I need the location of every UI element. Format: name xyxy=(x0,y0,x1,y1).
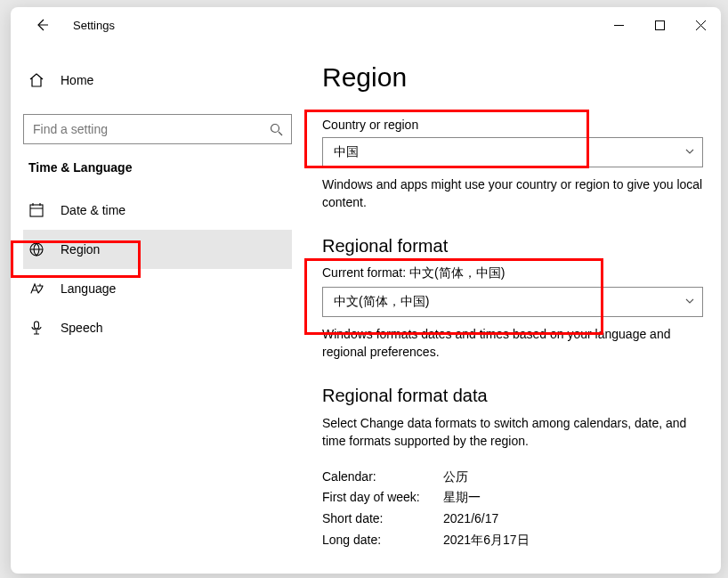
language-icon xyxy=(28,281,61,297)
format-data-row: Short date: 2021/6/17 xyxy=(322,509,703,530)
chevron-down-icon xyxy=(684,145,695,159)
calendar-icon xyxy=(28,202,61,218)
minimize-icon xyxy=(614,20,624,30)
content-pane: Region Country or region 中国 Windows and … xyxy=(304,43,721,574)
current-format-value: 中文(简体，中国) xyxy=(409,265,505,280)
search-input[interactable] xyxy=(24,122,261,136)
search-box[interactable] xyxy=(23,114,292,144)
titlebar: Settings xyxy=(11,7,721,43)
page-title: Region xyxy=(322,62,703,93)
format-data-key: Short date: xyxy=(322,509,443,530)
arrow-left-icon xyxy=(35,18,49,32)
maximize-icon xyxy=(655,20,665,30)
svg-point-1 xyxy=(271,124,279,132)
search-icon xyxy=(261,123,291,136)
regional-format-value: 中文(简体，中国) xyxy=(334,294,429,310)
regional-format-dropdown[interactable]: 中文(简体，中国) xyxy=(322,287,703,317)
regional-format-heading: Regional format xyxy=(322,236,703,256)
svg-rect-0 xyxy=(655,20,664,29)
country-region-label: Country or region xyxy=(322,118,703,132)
sidebar-section-header: Time & Language xyxy=(28,160,292,175)
current-format-label: Current format: 中文(简体，中国) xyxy=(322,265,703,281)
svg-rect-4 xyxy=(35,322,39,329)
microphone-icon xyxy=(28,320,61,336)
regional-format-data-heading: Regional format data xyxy=(322,386,703,406)
format-data-value: 公历 xyxy=(443,467,703,488)
format-data-key: First day of week: xyxy=(322,487,443,509)
sidebar-item-language[interactable]: Language xyxy=(23,269,292,308)
chevron-down-icon xyxy=(684,295,695,309)
window-controls xyxy=(598,11,721,39)
country-region-desc: Windows and apps might use your country … xyxy=(322,176,703,211)
minimize-button[interactable] xyxy=(598,11,639,39)
format-data-row: Calendar: 公历 xyxy=(322,467,703,488)
format-data-key: Long date: xyxy=(322,530,443,551)
regional-format-desc: Windows formats dates and times based on… xyxy=(322,326,703,361)
close-icon xyxy=(696,20,706,30)
country-region-value: 中国 xyxy=(334,144,359,160)
search-container xyxy=(23,114,292,144)
country-region-dropdown[interactable]: 中国 xyxy=(322,137,703,167)
sidebar-item-speech[interactable]: Speech xyxy=(23,308,292,347)
sidebar-item-region[interactable]: Region xyxy=(23,230,292,269)
back-button[interactable] xyxy=(28,12,55,38)
sidebar-home-label: Home xyxy=(61,73,93,87)
format-data-table: Calendar: 公历 First day of week: 星期一 Shor… xyxy=(322,467,703,551)
settings-window: Settings Home xyxy=(11,7,721,574)
globe-icon xyxy=(28,241,61,257)
sidebar: Home Time & Language Date & time xyxy=(11,43,304,574)
close-button[interactable] xyxy=(680,11,721,39)
format-data-value: 星期一 xyxy=(443,487,703,509)
sidebar-item-label: Speech xyxy=(61,321,102,335)
format-data-row: First day of week: 星期一 xyxy=(322,487,703,509)
sidebar-item-label: Region xyxy=(61,242,100,256)
format-data-value: 2021年6月17日 xyxy=(443,530,703,551)
format-data-value: 2021/6/17 xyxy=(443,509,703,530)
sidebar-item-label: Date & time xyxy=(61,203,125,217)
sidebar-item-date-time[interactable]: Date & time xyxy=(23,191,292,230)
sidebar-item-label: Language xyxy=(61,281,116,296)
regional-format-data-desc: Select Change data formats to switch amo… xyxy=(322,415,703,450)
current-format-prefix: Current format: xyxy=(322,265,409,280)
maximize-button[interactable] xyxy=(639,11,680,39)
window-title: Settings xyxy=(73,19,115,32)
sidebar-home[interactable]: Home xyxy=(23,61,292,100)
format-data-key: Calendar: xyxy=(322,467,443,488)
home-icon xyxy=(28,72,61,88)
svg-rect-2 xyxy=(30,205,43,216)
format-data-row: Long date: 2021年6月17日 xyxy=(322,530,703,551)
